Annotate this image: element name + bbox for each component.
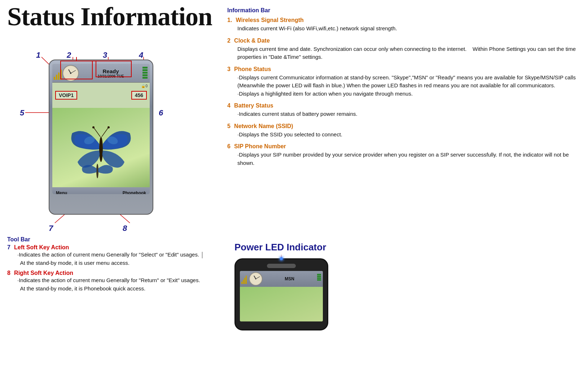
info-item-5: 5 Network Name (SSID) ·Displays the SSID…: [227, 122, 581, 139]
svg-point-10: [99, 137, 103, 162]
phone-diagram-area: 1 2 3 4 5 6 7 8: [14, 32, 195, 231]
info-item-2-title: Clock & Date: [234, 38, 270, 44]
signal-bars: [54, 67, 62, 80]
battery-bar-3: [142, 72, 148, 74]
p2-bbar-1: [317, 274, 321, 275]
toolbar-item-7-title: Left Soft Key Action: [14, 244, 69, 250]
signal-bar-2: [56, 75, 57, 80]
svg-point-14: [92, 126, 95, 128]
signal-bar-1: [54, 77, 55, 80]
svg-line-13: [94, 128, 100, 137]
toolbar-phonebook-label: Phonebook: [123, 190, 146, 194]
info-item-2-body: Displays current time and date. Synchron…: [227, 45, 581, 61]
phone2-speaker: [267, 264, 296, 268]
phone2-screen: MSN: [240, 271, 323, 321]
phone-status-bar: Ready 10/31/2006 TUE: [52, 64, 150, 83]
info-item-1-title: Wireless Signal Strength: [236, 17, 304, 23]
label-5: 5: [20, 108, 24, 118]
right-panel: Information Bar 1. Wireless Signal Stren…: [227, 4, 581, 231]
battery-bar-1: [142, 67, 148, 69]
svg-line-15: [102, 128, 108, 137]
info-item-6-title: SIP Phone Number: [234, 143, 286, 149]
label-8: 8: [123, 224, 127, 233]
info-item-1-number: 1.: [227, 17, 232, 23]
lock-icon: 🔒0: [141, 84, 148, 88]
toolbar-item-8-number: 8: [7, 270, 10, 276]
info-item-5-body: ·Displays the SSID you selected to conne…: [227, 131, 581, 139]
p2-ready-label: MSN: [285, 276, 294, 281]
page-wrapper: Status Information 1 2 3 4 5 6 7 8: [0, 0, 588, 334]
status-ready-text: Ready: [102, 68, 119, 74]
phone-screen: Ready 10/31/2006 TUE: [52, 64, 150, 194]
info-item-5-number: 5: [227, 123, 231, 129]
top-section: Status Information 1 2 3 4 5 6 7 8: [0, 0, 588, 235]
phone2-status-text: MSN: [264, 276, 315, 281]
butterfly-image: [65, 111, 137, 184]
toolbar-section-label: Tool Bar: [7, 236, 216, 243]
label-7: 7: [49, 224, 53, 233]
butterfly-area: [52, 108, 150, 187]
p2-bbar-4: [317, 279, 321, 281]
p2-min-hand: [256, 276, 260, 279]
p2-sbar-2: [243, 280, 244, 284]
signal-bar-3: [58, 73, 60, 80]
bottom-section: Tool Bar 7 Left Soft Key Action ·Indicat…: [0, 235, 588, 334]
p2-bbar-3: [317, 277, 321, 279]
label-4: 4: [139, 51, 143, 60]
info-item-5-title: Network Name (SSID): [234, 123, 293, 129]
label-1: 1: [36, 51, 40, 60]
info-item-6-number: 6: [227, 143, 231, 149]
phone2-clock: [249, 272, 263, 286]
phone-status-text: Ready 10/31/2006 TUE: [80, 68, 141, 78]
power-led-indicator: [280, 257, 283, 260]
toolbar-item-7-body: ·Indicates the action of current menu Ge…: [7, 251, 216, 267]
bottom-left: Tool Bar 7 Left Soft Key Action ·Indicat…: [7, 236, 216, 295]
power-led-title: Power LED Indicator: [234, 242, 581, 253]
battery-bars: [142, 67, 148, 80]
info-item-3-title: Phone Status: [234, 66, 271, 72]
phone2-signal: [241, 274, 248, 284]
info-item-6-body: ·Displays your SIP number provided by yo…: [227, 151, 581, 167]
info-item-4-title: Battery Status: [234, 102, 273, 109]
phone-clock: [62, 65, 79, 82]
label-2: 2: [67, 51, 71, 60]
info-item-4: 4 Battery Status ·Indicates current stat…: [227, 101, 581, 118]
battery-bar-2: [142, 69, 148, 71]
phone2-battery: [316, 274, 321, 284]
bottom-right: Power LED Indicator ↓: [227, 242, 581, 330]
phone2-status-bar: MSN: [240, 271, 323, 287]
p2-sbar-4: [246, 276, 247, 284]
toolbar-item-8-title: Right Soft Key Action: [14, 270, 73, 276]
battery-bar-4: [142, 74, 148, 76]
toolbar-item-7: 7 Left Soft Key Action ·Indicates the ac…: [7, 244, 216, 267]
toolbar-item-8-body: ·Indicates the action of current menu Ge…: [7, 276, 216, 293]
p2-sbar-3: [244, 278, 245, 284]
sip-number-box: 456: [131, 91, 147, 100]
info-item-3-body: ·Displays current Communicator informati…: [227, 74, 581, 98]
info-item-1: 1. Wireless Signal Strength Indicates cu…: [227, 16, 581, 33]
toolbar-item-8: 8 Right Soft Key Action ·Indicates the a…: [7, 270, 216, 293]
info-item-3-number: 3: [227, 66, 231, 72]
svg-point-16: [107, 126, 110, 128]
page-title: Status Information: [7, 4, 216, 30]
p2-center: [255, 279, 256, 280]
info-item-6: 6 SIP Phone Number ·Displays your SIP nu…: [227, 142, 581, 167]
label-3: 3: [103, 51, 107, 60]
info-item-1-body: Indicates current Wi-Fi (also WiFi,wifi,…: [227, 25, 581, 33]
info-bar-label: Information Bar: [227, 7, 581, 14]
vertical-divider: [202, 252, 202, 258]
toolbar-item-7-number: 7: [7, 244, 10, 250]
clock-center: [70, 73, 71, 74]
signal-bar-4: [60, 70, 62, 80]
info-item-2: 2 Clock & Date Displays current time and…: [227, 36, 581, 61]
phone-frame: Ready 10/31/2006 TUE: [49, 60, 153, 215]
status-date-text: 10/31/2006 TUE: [98, 74, 124, 78]
toolbar-menu-label: Menu: [56, 190, 67, 194]
p2-sbar-1: [241, 282, 242, 284]
info-item-4-body: ·Indicates current status of battery pow…: [227, 110, 581, 118]
info-item-3: 3 Phone Status ·Displays current Communi…: [227, 65, 581, 98]
info-item-2-number: 2: [227, 38, 231, 44]
phone-main-area: VOIP1 🔒0 456: [52, 83, 150, 108]
left-panel: Status Information 1 2 3 4 5 6 7 8: [7, 4, 216, 231]
voip-name-box: VOIP1: [55, 91, 77, 100]
